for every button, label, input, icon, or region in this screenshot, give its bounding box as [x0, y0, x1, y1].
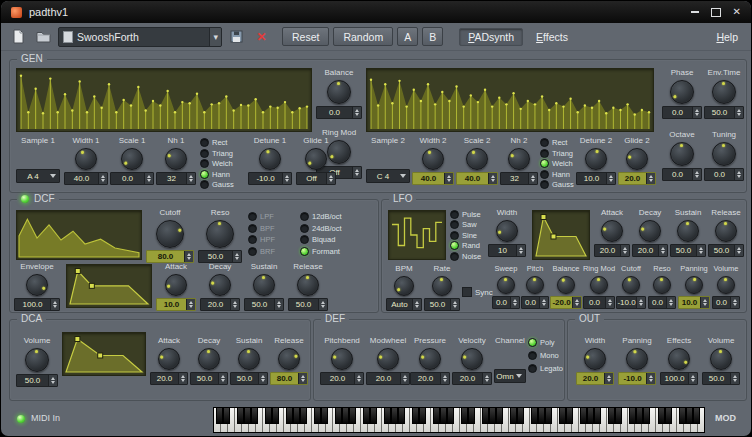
gen-shapes1-rect-radio[interactable]: Rect — [200, 138, 227, 147]
key-white[interactable] — [656, 408, 663, 432]
gen-envtime-value[interactable]: 50.0 — [704, 106, 744, 119]
def-modes-legato-radio[interactable]: Legato — [528, 364, 563, 373]
gen-scale1-value[interactable]: 0.0 — [110, 172, 154, 185]
def-modwheel-value[interactable]: 20.0 — [366, 372, 410, 385]
lfo-pitch-knob[interactable] — [526, 276, 544, 294]
lfo-sweep-value[interactable]: 0.0 — [492, 296, 520, 309]
key-black[interactable] — [251, 408, 258, 424]
lfo-sustain-value[interactable]: 50.0 — [670, 244, 706, 257]
dcf-slopes-24db-oct-radio[interactable]: 24dB/oct — [300, 224, 342, 233]
key-black[interactable] — [293, 408, 300, 424]
out-effects-value[interactable]: 100.0 — [660, 372, 698, 385]
gen-balance-value[interactable]: 0.0 — [316, 106, 362, 119]
dcf-types-hpf-radio[interactable]: HPF — [248, 235, 275, 244]
key-black[interactable] — [686, 408, 693, 424]
gen-shapes2-welch-radio[interactable]: Welch — [540, 159, 573, 168]
gen-shapes2-gauss-radio[interactable]: Gauss — [540, 180, 574, 189]
key-black[interactable] — [679, 408, 686, 424]
out-panning-knob[interactable] — [626, 348, 648, 370]
key-black[interactable] — [391, 408, 398, 424]
key-white[interactable] — [593, 408, 600, 432]
def-pressure-value[interactable]: 20.0 — [410, 372, 450, 385]
key-black[interactable] — [468, 408, 475, 424]
key-black[interactable] — [433, 408, 440, 424]
lfo-decay-knob[interactable] — [639, 220, 661, 242]
reset-button[interactable]: Reset — [282, 27, 329, 46]
lfo-cutoff-knob[interactable] — [622, 276, 640, 294]
key-black[interactable] — [545, 408, 552, 424]
key-white[interactable] — [516, 408, 523, 432]
key-white[interactable] — [333, 408, 340, 432]
key-white[interactable] — [607, 408, 614, 432]
dca-envelope-display[interactable] — [62, 332, 146, 376]
key-black[interactable] — [300, 408, 307, 424]
out-panning-value[interactable]: -10.0 — [618, 372, 656, 385]
key-white[interactable] — [312, 408, 319, 432]
lfo-sustain-knob[interactable] — [677, 220, 699, 242]
key-black[interactable] — [223, 408, 230, 424]
def-velocity-value[interactable]: 20.0 — [452, 372, 492, 385]
gen-scale2-knob[interactable] — [466, 148, 488, 170]
gen-detune1-knob[interactable] — [259, 148, 281, 170]
key-white[interactable] — [677, 408, 684, 432]
key-white[interactable] — [509, 408, 516, 432]
lfo-wave-display[interactable] — [388, 210, 446, 260]
out-width-knob[interactable] — [584, 348, 606, 370]
gen-phase-value[interactable]: 0.0 — [662, 106, 702, 119]
maximize-icon[interactable] — [711, 8, 721, 17]
sample2-spectrum-display[interactable] — [366, 68, 654, 132]
key-black[interactable] — [363, 408, 370, 424]
out-effects-knob[interactable] — [668, 348, 690, 370]
gen-shapes1-hann-radio[interactable]: Hann — [200, 170, 230, 179]
def-modes-mono-radio[interactable]: Mono — [528, 351, 559, 360]
lfo-shapes-rand-radio[interactable]: Rand — [450, 241, 480, 250]
dca-volume-knob[interactable] — [25, 348, 49, 372]
dcf-release-knob[interactable] — [297, 274, 319, 296]
key-white[interactable] — [614, 408, 621, 432]
lfo-sweep-knob[interactable] — [497, 276, 515, 294]
key-black[interactable] — [314, 408, 321, 424]
sample1-spectrum-display[interactable] — [16, 68, 312, 132]
key-black[interactable] — [265, 408, 272, 424]
lfo-volume-value[interactable]: 0.0 — [712, 296, 740, 309]
key-black[interactable] — [693, 408, 700, 424]
dca-decay-knob[interactable] — [198, 348, 220, 370]
key-white[interactable] — [410, 408, 417, 432]
gen-shapes2-rect-radio[interactable]: Rect — [540, 138, 567, 147]
dcf-envelope-knob[interactable] — [26, 274, 48, 296]
lfo-shapes-pulse-radio[interactable]: Pulse — [450, 210, 481, 219]
dcf-cutoff-knob[interactable] — [156, 220, 184, 248]
key-white[interactable] — [382, 408, 389, 432]
lfo-balance-value[interactable]: -20.0 — [550, 296, 582, 309]
gen-nh1-value[interactable]: 32 — [156, 172, 196, 185]
key-white[interactable] — [347, 408, 354, 432]
gen-nh2-value[interactable]: 32 — [500, 172, 538, 185]
key-white[interactable] — [460, 408, 467, 432]
dcf-release-value[interactable]: 50.0 — [288, 298, 328, 311]
def-modes-poly-radio[interactable]: Poly — [528, 338, 555, 347]
key-black[interactable] — [580, 408, 587, 424]
dca-sustain-knob[interactable] — [238, 348, 260, 370]
key-black[interactable] — [615, 408, 622, 424]
gen-width1-knob[interactable] — [75, 148, 97, 170]
key-white[interactable] — [284, 408, 291, 432]
dcf-types-brf-radio[interactable]: BRF — [248, 247, 275, 256]
dcf-decay-value[interactable]: 20.0 — [200, 298, 240, 311]
def-velocity-knob[interactable] — [461, 348, 483, 370]
gen-shapes2-hann-radio[interactable]: Hann — [540, 170, 570, 179]
tab-padsynth[interactable]: PADsynth — [459, 28, 523, 46]
lfo-shapes-saw-radio[interactable]: Saw — [450, 220, 477, 229]
keyboard[interactable] — [213, 407, 705, 433]
lfo-reso-value[interactable]: 0.0 — [648, 296, 676, 309]
key-black[interactable] — [342, 408, 349, 424]
lfo-panning-value[interactable]: 10.0 — [678, 296, 710, 309]
gen-scale1-knob[interactable] — [121, 148, 143, 170]
gen-octave-value[interactable]: 0.0 — [662, 168, 702, 181]
gen-phase-knob[interactable] — [670, 80, 694, 104]
dca-attack-knob[interactable] — [158, 348, 180, 370]
key-white[interactable] — [235, 408, 242, 432]
key-white[interactable] — [586, 408, 593, 432]
key-black[interactable] — [244, 408, 251, 424]
lfo-width-value[interactable]: 10 — [488, 244, 526, 257]
lfo-rate-value[interactable]: 50.0 — [424, 298, 460, 311]
